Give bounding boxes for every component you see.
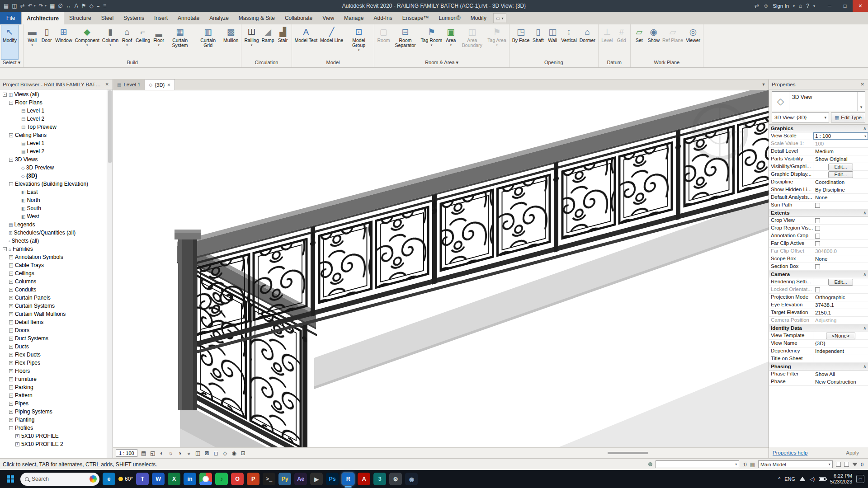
collapse-icon[interactable]: - xyxy=(3,93,7,97)
property-value[interactable]: None xyxy=(813,194,868,201)
edit-button[interactable]: <None> xyxy=(826,333,855,339)
tree-item-curtain-systems[interactable]: +Curtain Systems xyxy=(0,302,113,310)
rendering-dialog-icon[interactable]: ◒ xyxy=(185,449,193,457)
tree-item-west[interactable]: ◧West xyxy=(0,212,113,221)
property-value[interactable] xyxy=(813,286,868,293)
synchronize-icon[interactable]: ⇄ xyxy=(20,0,25,12)
expand-icon[interactable]: + xyxy=(9,385,13,389)
taskbar-app-edge[interactable]: e xyxy=(103,473,115,485)
tab-architecture[interactable]: Architecture xyxy=(21,12,64,24)
property-group-camera[interactable]: Camera∧ xyxy=(769,271,868,278)
tree-item-schedules-quantities-all[interactable]: ⊞Schedules/Quantities (all) xyxy=(0,229,113,237)
model-group-button[interactable]: ⊡Model Group▾ xyxy=(344,25,373,59)
tab-massing-site[interactable]: Massing & Site xyxy=(234,12,280,24)
weather-widget[interactable]: 60° xyxy=(118,476,133,482)
sign-in-button[interactable]: Sign In xyxy=(773,3,789,9)
tree-item-east[interactable]: ◧East xyxy=(0,188,113,196)
property-group-extents[interactable]: Extents∧ xyxy=(769,209,868,217)
property-value[interactable] xyxy=(813,240,868,247)
view-tab-level-1[interactable]: ▤Level 1 xyxy=(113,79,145,90)
tree-item-south[interactable]: ◧South xyxy=(0,204,113,212)
area-button[interactable]: ▣Area▾ xyxy=(443,25,458,59)
property-value[interactable] xyxy=(813,217,868,224)
property-value[interactable] xyxy=(813,232,868,239)
tree-item-families[interactable]: -⌂Families xyxy=(0,245,113,253)
tag-icon[interactable]: ⚑ xyxy=(81,0,86,12)
property-group-phasing[interactable]: Phasing∧ xyxy=(769,363,868,371)
tag-area-button[interactable]: ⚑Tag Area▾ xyxy=(486,25,507,59)
property-value[interactable]: New Construction xyxy=(813,378,868,385)
taskbar-app-chrome[interactable] xyxy=(199,473,212,485)
expand-icon[interactable]: + xyxy=(9,280,13,284)
tab-file[interactable]: File xyxy=(0,12,21,24)
expand-icon[interactable]: + xyxy=(9,410,13,414)
tree-item-ducts[interactable]: +Ducts xyxy=(0,343,113,351)
expand-icon[interactable]: + xyxy=(9,394,13,398)
property-group-graphics[interactable]: Graphics∧ xyxy=(769,125,868,132)
ceiling-button[interactable]: ⌐Ceiling xyxy=(134,25,151,59)
property-value[interactable]: <None> xyxy=(813,332,868,339)
taskbar-app-word[interactable]: W xyxy=(152,473,165,485)
press-drag-checkbox[interactable] xyxy=(844,462,849,467)
taskbar-app-powerpoint[interactable]: P xyxy=(247,473,259,485)
expand-icon[interactable]: + xyxy=(9,402,13,406)
undo-menu-icon[interactable]: ▾ xyxy=(34,0,36,12)
area-boundary-button[interactable]: ◫Area Boundary xyxy=(458,25,486,59)
properties-help-link[interactable]: Properties help xyxy=(773,450,807,455)
taskbar-app-linkedin[interactable]: in xyxy=(184,473,196,485)
expand-icon[interactable]: + xyxy=(9,263,13,267)
property-value[interactable] xyxy=(813,202,868,209)
tree-item-level-2[interactable]: ▤Level 2 xyxy=(0,115,113,123)
tab-analyze[interactable]: Analyze xyxy=(204,12,234,24)
taskbar-app-terminal[interactable]: >_ xyxy=(263,473,275,485)
modify-button[interactable]: ↖Modify xyxy=(1,25,18,59)
tab-manage[interactable]: Manage xyxy=(339,12,368,24)
group-collapse-icon[interactable]: ∧ xyxy=(863,126,866,131)
properties-close-icon[interactable]: ✕ xyxy=(860,82,865,87)
window-button[interactable]: ⊞Window xyxy=(54,25,73,59)
shaft-button[interactable]: ▯Shaft xyxy=(531,25,545,59)
tag-room-button[interactable]: ⚑Tag Room▾ xyxy=(419,25,443,59)
clock[interactable]: 6:22 PM 5/23/2023 xyxy=(830,473,852,485)
property-value[interactable]: By Discipline xyxy=(813,186,868,193)
tree-item-north[interactable]: ◧North xyxy=(0,196,113,204)
expand-icon[interactable]: + xyxy=(9,353,13,357)
tree-item-pipes[interactable]: +Pipes xyxy=(0,399,113,408)
wifi-icon[interactable] xyxy=(799,477,806,481)
maximize-button[interactable]: □ xyxy=(837,0,853,12)
save-icon[interactable]: ◫ xyxy=(12,0,17,12)
crop-view-icon[interactable]: ◫ xyxy=(194,449,202,457)
collapse-icon[interactable]: - xyxy=(9,101,13,105)
tree-item-doors[interactable]: +Doors xyxy=(0,326,113,334)
tree-item-parking[interactable]: +Parking xyxy=(0,383,113,391)
detail-level-icon[interactable]: ◱ xyxy=(149,449,157,457)
tree-item-3d[interactable]: ◇{3D} xyxy=(0,172,113,180)
visual-style-icon[interactable]: ◐ xyxy=(158,449,166,457)
default-3d-view-icon[interactable]: ◇ xyxy=(89,0,93,12)
drawing-canvas[interactable] xyxy=(113,90,769,447)
section-box-icon[interactable]: ⊡ xyxy=(239,449,247,457)
tree-item-furniture[interactable]: +Furniture xyxy=(0,375,113,383)
curtain-system-button[interactable]: ▦Curtain System xyxy=(166,25,194,59)
tree-item-annotation-symbols[interactable]: +Annotation Symbols xyxy=(0,253,113,261)
dormer-button[interactable]: ⌂Dormer xyxy=(578,25,597,59)
checkbox[interactable] xyxy=(815,234,820,239)
tree-item-3d-views[interactable]: -3D Views xyxy=(0,155,113,164)
expand-icon[interactable]: + xyxy=(9,312,13,316)
property-value[interactable]: Coordination xyxy=(813,178,868,186)
stair-button[interactable]: ▟Stair xyxy=(276,25,290,59)
tab-modify[interactable]: Modify xyxy=(466,12,491,24)
property-value[interactable]: Edit... xyxy=(813,278,868,286)
project-browser-close-icon[interactable]: ✕ xyxy=(104,82,110,87)
group-collapse-icon[interactable]: ∧ xyxy=(863,326,866,330)
project-browser-scrollbar[interactable] xyxy=(107,89,113,458)
tree-item-duct-systems[interactable]: +Duct Systems xyxy=(0,334,113,343)
exclude-options-checkbox[interactable] xyxy=(836,462,841,467)
tree-item-top-preview[interactable]: ▤Top Preview xyxy=(0,123,113,131)
property-value[interactable]: 37438.1 xyxy=(813,301,868,309)
undo-icon[interactable]: ↶ xyxy=(28,0,33,12)
tab-structure[interactable]: Structure xyxy=(64,12,96,24)
property-group-identity-data[interactable]: Identity Data∧ xyxy=(769,324,868,332)
property-value[interactable]: Edit... xyxy=(813,163,868,170)
editable-only-icon[interactable]: ▦ xyxy=(750,461,755,468)
